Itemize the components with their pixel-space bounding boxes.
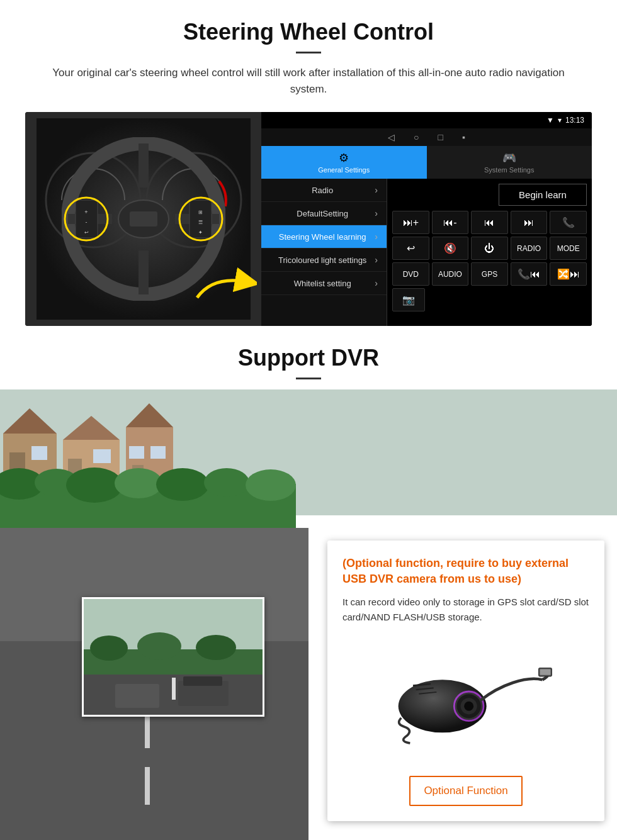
- ctrl-camera[interactable]: 📷: [392, 288, 425, 311]
- ctrl-power[interactable]: ⏻: [471, 237, 508, 260]
- status-time: 13:13: [565, 116, 584, 125]
- menu-icon: ▪: [462, 132, 465, 142]
- ctrl-shuffle-next[interactable]: 🔀⏭: [550, 262, 587, 286]
- ctrl-phone[interactable]: 📞: [550, 211, 587, 234]
- ctrl-vol-down[interactable]: ⏮-: [432, 211, 469, 234]
- tab-general-label: General Settings: [318, 166, 370, 174]
- svg-text:☰: ☰: [198, 220, 202, 225]
- next-icon: ⏭: [524, 217, 534, 228]
- menu-default-label: DefaultSetting: [270, 209, 375, 218]
- dvr-device-image: [342, 637, 589, 763]
- android-statusbar: ▼ ▾ 13:13: [261, 112, 592, 128]
- tab-system-label: System Settings: [484, 166, 534, 174]
- menu-steering-label: Steering Wheel learning: [270, 232, 375, 242]
- svg-text:↩: ↩: [84, 230, 88, 235]
- controls-row2: ↩ 🔇 ⏻ RADIO MODE: [392, 237, 587, 260]
- menu-tricolour-label: Tricoloured light settings: [270, 255, 375, 265]
- back-call-icon: ↩: [407, 243, 415, 254]
- menu-item-steering[interactable]: Steering Wheel learning ›: [261, 225, 387, 249]
- svg-rect-27: [93, 449, 111, 463]
- settings-menu: Radio › DefaultSetting › Steering Wheel …: [261, 179, 387, 326]
- power-icon: ⏻: [484, 243, 494, 254]
- control-panel: Begin learn ⏭+ ⏮- ⏮ ⏭ 📞 ↩ 🔇 ⏻: [387, 179, 592, 326]
- svg-text:✦: ✦: [198, 230, 202, 235]
- dvr-section: Support DVR: [0, 326, 617, 840]
- menu-arrow-radio: ›: [375, 185, 378, 195]
- ctrl-mode[interactable]: MODE: [550, 237, 587, 260]
- wifi-icon: ▾: [558, 116, 562, 125]
- menu-radio-label: Radio: [270, 186, 375, 195]
- dvr-divider: [296, 378, 321, 379]
- svg-rect-9: [130, 211, 157, 227]
- dvd-label: DVD: [403, 270, 419, 279]
- page-title: Steering Wheel Control: [25, 19, 592, 45]
- svg-point-39: [156, 468, 209, 501]
- menu-item-radio[interactable]: Radio ›: [261, 179, 387, 202]
- vol-up-icon: ⏭+: [403, 217, 419, 228]
- svg-rect-32: [150, 446, 166, 459]
- steering-photo: + - ↩ ⊞ ☰ ✦: [25, 112, 261, 326]
- svg-point-38: [115, 468, 162, 498]
- back-icon: ◁: [388, 132, 395, 142]
- tab-system-settings[interactable]: 🎮 System Settings: [427, 146, 592, 179]
- prev-icon: ⏮: [484, 217, 494, 228]
- ctrl-back[interactable]: ↩: [392, 237, 429, 260]
- menu-arrow-steering: ›: [375, 232, 378, 242]
- ctrl-vol-up[interactable]: ⏭+: [392, 211, 429, 234]
- audio-label: AUDIO: [438, 270, 462, 279]
- android-tabs: ⚙ General Settings 🎮 System Settings: [261, 146, 592, 179]
- mode-label: MODE: [557, 244, 580, 253]
- dvr-title-area: Support DVR: [0, 326, 617, 389]
- dvr-device-svg: [378, 644, 554, 757]
- gps-label: GPS: [482, 270, 497, 279]
- camera-icon: 📷: [402, 294, 415, 305]
- shuffle-next-icon: 🔀⏭: [557, 269, 580, 279]
- signal-icon: ▼: [546, 116, 554, 125]
- system-settings-icon: 🎮: [502, 151, 516, 165]
- android-panel: ▼ ▾ 13:13 ◁ ○ □ ▪ ⚙ General Settings 🎮 S…: [261, 112, 592, 326]
- ctrl-mute[interactable]: 🔇: [432, 237, 469, 260]
- menu-item-default[interactable]: DefaultSetting ›: [261, 202, 387, 225]
- controls-row4: 📷: [392, 288, 587, 311]
- svg-rect-57: [172, 678, 176, 700]
- svg-text:-: -: [85, 219, 87, 225]
- phone-icon: 📞: [562, 217, 575, 228]
- dvr-title: Support DVR: [25, 345, 592, 371]
- svg-rect-45: [145, 767, 150, 805]
- svg-point-40: [204, 468, 249, 497]
- svg-rect-31: [129, 446, 144, 459]
- recents-icon: □: [438, 132, 443, 142]
- begin-learn-button[interactable]: Begin learn: [499, 184, 587, 206]
- ctrl-prev[interactable]: ⏮: [471, 211, 508, 234]
- svg-point-37: [66, 468, 123, 503]
- ctrl-phone-prev[interactable]: 📞⏮: [511, 262, 548, 286]
- svg-text:⊞: ⊞: [198, 210, 202, 215]
- ctrl-radio[interactable]: RADIO: [511, 237, 548, 260]
- ctrl-dvd[interactable]: DVD: [392, 262, 429, 286]
- tab-general-settings[interactable]: ⚙ General Settings: [261, 146, 427, 179]
- section-subtitle: Your original car's steering wheel contr…: [38, 65, 579, 97]
- ctrl-audio[interactable]: AUDIO: [432, 262, 469, 286]
- menu-whitelist-label: Whitelist setting: [270, 279, 375, 288]
- menu-item-tricolour[interactable]: Tricoloured light settings ›: [261, 249, 387, 272]
- steering-bg: + - ↩ ⊞ ☰ ✦: [37, 118, 251, 320]
- menu-item-whitelist[interactable]: Whitelist setting ›: [261, 272, 387, 295]
- dvr-thumb-inner: [84, 599, 263, 715]
- dvr-info-box: (Optional function, require to buy exter…: [327, 540, 604, 821]
- controls-row3: DVD AUDIO GPS 📞⏮ 🔀⏭: [392, 262, 587, 286]
- svg-rect-64: [115, 684, 159, 708]
- svg-rect-24: [31, 446, 47, 460]
- title-divider: [296, 52, 321, 53]
- radio-label: RADIO: [517, 244, 541, 253]
- ctrl-gps[interactable]: GPS: [471, 262, 508, 286]
- dvr-optional-title: (Optional function, require to buy exter…: [342, 556, 589, 587]
- steering-composite: + - ↩ ⊞ ☰ ✦: [25, 112, 592, 326]
- ctrl-next[interactable]: ⏭: [511, 211, 548, 234]
- svg-point-61: [196, 635, 236, 660]
- svg-point-59: [90, 636, 128, 661]
- general-settings-icon: ⚙: [339, 151, 349, 165]
- svg-point-41: [246, 469, 296, 501]
- optional-function-button[interactable]: Optional Function: [409, 776, 523, 806]
- menu-arrow-default: ›: [375, 208, 378, 218]
- svg-text:+: +: [84, 209, 88, 215]
